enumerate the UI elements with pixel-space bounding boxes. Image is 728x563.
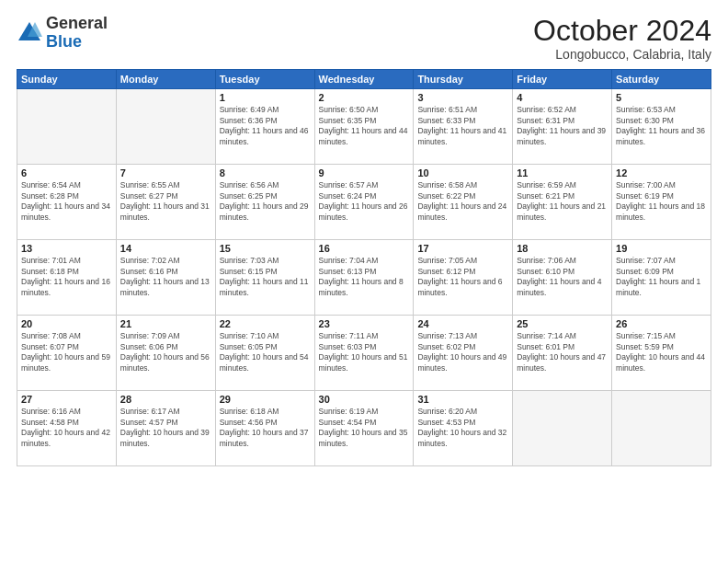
- calendar-cell: 7Sunrise: 6:55 AM Sunset: 6:27 PM Daylig…: [116, 165, 215, 240]
- logo-icon: [17, 20, 42, 46]
- day-number: 30: [319, 394, 410, 405]
- calendar-cell: 16Sunrise: 7:04 AM Sunset: 6:13 PM Dayli…: [314, 240, 414, 316]
- calendar-cell: 21Sunrise: 7:09 AM Sunset: 6:06 PM Dayli…: [116, 316, 215, 391]
- page: General Blue October 2024 Longobucco, Ca…: [0, 0, 728, 563]
- day-number: 27: [21, 394, 112, 405]
- day-info: Sunrise: 6:57 AM Sunset: 6:24 PM Dayligh…: [319, 180, 410, 223]
- calendar-cell: 8Sunrise: 6:56 AM Sunset: 6:25 PM Daylig…: [215, 165, 314, 240]
- day-number: 29: [220, 394, 311, 405]
- day-info: Sunrise: 6:58 AM Sunset: 6:22 PM Dayligh…: [417, 180, 508, 223]
- day-number: 10: [417, 167, 508, 178]
- day-info: Sunrise: 6:59 AM Sunset: 6:21 PM Dayligh…: [517, 180, 608, 223]
- day-number: 19: [616, 243, 707, 254]
- day-header: Monday: [116, 70, 215, 89]
- location: Longobucco, Calabria, Italy: [533, 47, 711, 62]
- day-info: Sunrise: 7:03 AM Sunset: 6:15 PM Dayligh…: [220, 256, 311, 298]
- calendar-cell: 26Sunrise: 7:15 AM Sunset: 5:59 PM Dayli…: [612, 316, 711, 391]
- logo: General Blue: [17, 15, 108, 52]
- day-info: Sunrise: 7:05 AM Sunset: 6:12 PM Dayligh…: [417, 256, 508, 298]
- calendar-cell: [612, 391, 711, 466]
- calendar: SundayMondayTuesdayWednesdayThursdayFrid…: [17, 69, 711, 466]
- day-info: Sunrise: 7:14 AM Sunset: 6:01 PM Dayligh…: [517, 331, 608, 373]
- calendar-cell: 29Sunrise: 6:18 AM Sunset: 4:56 PM Dayli…: [215, 391, 314, 466]
- day-info: Sunrise: 6:19 AM Sunset: 4:54 PM Dayligh…: [319, 407, 410, 449]
- day-number: 22: [220, 318, 311, 329]
- day-info: Sunrise: 7:10 AM Sunset: 6:05 PM Dayligh…: [220, 331, 311, 373]
- calendar-cell: 11Sunrise: 6:59 AM Sunset: 6:21 PM Dayli…: [513, 165, 612, 240]
- day-header: Thursday: [414, 70, 513, 89]
- day-info: Sunrise: 7:01 AM Sunset: 6:18 PM Dayligh…: [21, 256, 112, 298]
- day-info: Sunrise: 7:02 AM Sunset: 6:16 PM Dayligh…: [120, 256, 211, 298]
- day-number: 23: [319, 318, 410, 329]
- day-number: 1: [220, 92, 311, 103]
- day-info: Sunrise: 7:09 AM Sunset: 6:06 PM Dayligh…: [120, 331, 211, 373]
- logo-general: General: [46, 15, 108, 33]
- day-header: Tuesday: [215, 70, 314, 89]
- calendar-cell: 15Sunrise: 7:03 AM Sunset: 6:15 PM Dayli…: [215, 240, 314, 316]
- day-number: 5: [616, 92, 707, 103]
- calendar-cell: [17, 89, 117, 165]
- month-title: October 2024: [533, 15, 711, 47]
- day-number: 3: [417, 92, 508, 103]
- calendar-cell: 23Sunrise: 7:11 AM Sunset: 6:03 PM Dayli…: [314, 316, 414, 391]
- day-info: Sunrise: 7:00 AM Sunset: 6:19 PM Dayligh…: [616, 180, 707, 223]
- calendar-cell: [513, 391, 612, 466]
- day-info: Sunrise: 7:04 AM Sunset: 6:13 PM Dayligh…: [319, 256, 410, 298]
- day-info: Sunrise: 6:18 AM Sunset: 4:56 PM Dayligh…: [220, 407, 311, 449]
- day-number: 21: [120, 318, 211, 329]
- day-info: Sunrise: 6:56 AM Sunset: 6:25 PM Dayligh…: [220, 180, 311, 223]
- day-header: Sunday: [17, 70, 117, 89]
- logo-text: General Blue: [46, 15, 108, 52]
- calendar-cell: 3Sunrise: 6:51 AM Sunset: 6:33 PM Daylig…: [414, 89, 513, 165]
- calendar-cell: 31Sunrise: 6:20 AM Sunset: 4:53 PM Dayli…: [414, 391, 513, 466]
- calendar-cell: 13Sunrise: 7:01 AM Sunset: 6:18 PM Dayli…: [17, 240, 117, 316]
- calendar-cell: 30Sunrise: 6:19 AM Sunset: 4:54 PM Dayli…: [314, 391, 414, 466]
- day-number: 4: [517, 92, 608, 103]
- calendar-cell: 6Sunrise: 6:54 AM Sunset: 6:28 PM Daylig…: [17, 165, 117, 240]
- day-info: Sunrise: 6:51 AM Sunset: 6:33 PM Dayligh…: [417, 105, 508, 147]
- calendar-cell: 18Sunrise: 7:06 AM Sunset: 6:10 PM Dayli…: [513, 240, 612, 316]
- day-info: Sunrise: 6:54 AM Sunset: 6:28 PM Dayligh…: [21, 180, 112, 223]
- calendar-cell: 22Sunrise: 7:10 AM Sunset: 6:05 PM Dayli…: [215, 316, 314, 391]
- day-number: 15: [220, 243, 311, 254]
- day-number: 31: [417, 394, 508, 405]
- day-number: 16: [319, 243, 410, 254]
- calendar-cell: 10Sunrise: 6:58 AM Sunset: 6:22 PM Dayli…: [414, 165, 513, 240]
- day-number: 28: [120, 394, 211, 405]
- day-number: 2: [319, 92, 410, 103]
- day-number: 12: [616, 167, 707, 178]
- calendar-cell: 12Sunrise: 7:00 AM Sunset: 6:19 PM Dayli…: [612, 165, 711, 240]
- day-info: Sunrise: 7:13 AM Sunset: 6:02 PM Dayligh…: [417, 331, 508, 373]
- day-number: 9: [319, 167, 410, 178]
- day-info: Sunrise: 6:17 AM Sunset: 4:57 PM Dayligh…: [120, 407, 211, 449]
- day-info: Sunrise: 6:49 AM Sunset: 6:36 PM Dayligh…: [220, 105, 311, 147]
- day-info: Sunrise: 7:08 AM Sunset: 6:07 PM Dayligh…: [21, 331, 112, 373]
- calendar-cell: 17Sunrise: 7:05 AM Sunset: 6:12 PM Dayli…: [414, 240, 513, 316]
- header-row: SundayMondayTuesdayWednesdayThursdayFrid…: [17, 70, 711, 89]
- day-info: Sunrise: 6:50 AM Sunset: 6:35 PM Dayligh…: [319, 105, 410, 147]
- day-number: 14: [120, 243, 211, 254]
- day-number: 25: [517, 318, 608, 329]
- day-info: Sunrise: 6:53 AM Sunset: 6:30 PM Dayligh…: [616, 105, 707, 147]
- header: General Blue October 2024 Longobucco, Ca…: [17, 15, 711, 62]
- day-number: 20: [21, 318, 112, 329]
- calendar-cell: 4Sunrise: 6:52 AM Sunset: 6:31 PM Daylig…: [513, 89, 612, 165]
- calendar-cell: 27Sunrise: 6:16 AM Sunset: 4:58 PM Dayli…: [17, 391, 117, 466]
- day-info: Sunrise: 6:16 AM Sunset: 4:58 PM Dayligh…: [21, 407, 112, 449]
- calendar-week-row: 6Sunrise: 6:54 AM Sunset: 6:28 PM Daylig…: [17, 165, 711, 240]
- day-info: Sunrise: 7:11 AM Sunset: 6:03 PM Dayligh…: [319, 331, 410, 373]
- day-number: 6: [21, 167, 112, 178]
- day-number: 13: [21, 243, 112, 254]
- day-number: 7: [120, 167, 211, 178]
- day-number: 11: [517, 167, 608, 178]
- calendar-week-row: 20Sunrise: 7:08 AM Sunset: 6:07 PM Dayli…: [17, 316, 711, 391]
- day-number: 17: [417, 243, 508, 254]
- calendar-week-row: 1Sunrise: 6:49 AM Sunset: 6:36 PM Daylig…: [17, 89, 711, 165]
- calendar-cell: 14Sunrise: 7:02 AM Sunset: 6:16 PM Dayli…: [116, 240, 215, 316]
- day-info: Sunrise: 6:55 AM Sunset: 6:27 PM Dayligh…: [120, 180, 211, 223]
- calendar-body: 1Sunrise: 6:49 AM Sunset: 6:36 PM Daylig…: [17, 89, 711, 466]
- title-block: October 2024 Longobucco, Calabria, Italy: [533, 15, 711, 62]
- logo-blue: Blue: [46, 33, 108, 52]
- day-number: 24: [417, 318, 508, 329]
- calendar-cell: 9Sunrise: 6:57 AM Sunset: 6:24 PM Daylig…: [314, 165, 414, 240]
